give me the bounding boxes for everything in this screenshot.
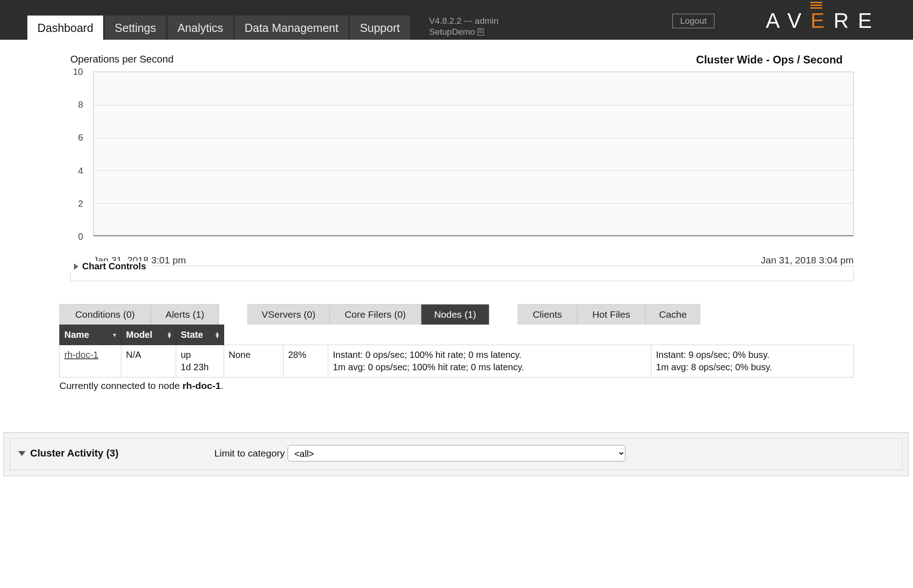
status-tabs: Conditions (0)Alerts (1)VServers (0)Core… <box>59 304 854 325</box>
table-row: rh-doc-1 N/A up1d 23h None 28% Instant: … <box>60 345 854 378</box>
cluster-activity-header: Cluster Activity (3) Limit to category <… <box>18 445 897 462</box>
tab-data-management[interactable]: Data Management <box>235 16 349 40</box>
tab-analytics[interactable]: Analytics <box>168 16 233 40</box>
status-tab-right-0[interactable]: Clients <box>518 304 577 325</box>
logo-a: A <box>766 9 787 32</box>
limit-category-label: Limit to category <box>215 448 285 459</box>
logo-v: V <box>787 9 811 32</box>
chart-controls-body <box>70 266 854 281</box>
cluster-activity-title: Cluster Activity (3) <box>30 447 119 459</box>
status-tabs-wrap: Conditions (0)Alerts (1)VServers (0)Core… <box>59 304 854 391</box>
nodes-col-0[interactable]: Name <box>60 325 121 345</box>
tab-dashboard[interactable]: Dashboard <box>27 16 103 40</box>
sort-icon <box>215 332 220 338</box>
nodes-col-2[interactable]: State <box>176 325 224 345</box>
top-bar: Logout AVERE V4.8.2.2 --- admin SetupDem… <box>0 0 913 40</box>
node-name-link[interactable]: rh-doc-1 <box>64 350 98 360</box>
tab-settings[interactable]: Settings <box>105 16 166 40</box>
nodes-table: NameModelState rh-doc-1 N/A up1d 23h Non… <box>59 325 854 378</box>
status-tab-left-0[interactable]: Conditions (0) <box>59 304 151 325</box>
nodes-table-header: NameModelState <box>60 325 854 345</box>
chart-y-tick: 8 <box>78 100 83 110</box>
chart-x-right: Jan 31, 2018 3:04 pm <box>761 255 854 266</box>
brand-logo: AVERE <box>766 8 881 33</box>
chart-y-tick: 4 <box>78 165 83 176</box>
chart-y-tick: 2 <box>78 198 83 209</box>
node-cpu: 28% <box>283 345 328 378</box>
status-tab-right-2[interactable]: Cache <box>645 304 700 325</box>
setup-line: SetupDemo <box>429 26 498 37</box>
logo-e-bars-icon <box>810 2 822 10</box>
tab-support[interactable]: Support <box>350 16 410 40</box>
sort-icon <box>167 332 172 338</box>
chart-area: 0246810 Jan 31, 2018 3:01 pm Jan 31, 201… <box>70 72 854 257</box>
document-icon[interactable] <box>477 28 484 36</box>
status-tab-mid-0[interactable]: VServers (0) <box>247 304 330 325</box>
node-performance: Instant: 0 ops/sec; 100% hit rate; 0 ms … <box>328 345 651 378</box>
node-drive-performance: Instant: 9 ops/sec; 0% busy.1m avg: 8 op… <box>651 345 854 378</box>
sys-info: V4.8.2.2 --- admin SetupDemo <box>429 16 498 37</box>
chart-y-tick: 10 <box>73 67 83 77</box>
chart-y-tick: 0 <box>78 231 83 242</box>
status-tab-left-1[interactable]: Alerts (1) <box>151 304 219 325</box>
chart-baseline <box>94 235 853 236</box>
status-tab-right-1[interactable]: Hot Files <box>577 304 645 325</box>
chevron-right-icon <box>74 263 79 270</box>
chart-plot[interactable] <box>93 72 854 236</box>
logout-button[interactable]: Logout <box>672 14 714 28</box>
logo-r: R <box>834 9 858 32</box>
connected-node-note: Currently connected to node rh-doc-1. <box>59 380 854 391</box>
node-model: N/A <box>121 345 176 378</box>
status-tab-mid-2[interactable]: Nodes (1) <box>421 304 489 325</box>
nodes-col-1[interactable]: Model <box>121 325 176 345</box>
chart-controls: Chart Controls <box>70 266 854 281</box>
chart-gridline <box>94 105 853 105</box>
content-area: Operations per Second Cluster Wide - Ops… <box>0 53 913 476</box>
logo-e: E <box>810 8 834 33</box>
logo-e2: E <box>858 9 881 32</box>
chart-y-tick: 6 <box>78 132 83 143</box>
chart-title-right: Cluster Wide - Ops / Second <box>696 53 843 66</box>
node-client-ips: None <box>224 345 283 378</box>
status-tab-mid-1[interactable]: Core Filers (0) <box>330 304 421 325</box>
chart-gridline <box>94 170 853 171</box>
chart-title-left: Operations per Second <box>70 53 173 66</box>
limit-category-select[interactable]: <all> <box>288 445 625 462</box>
chart-header: Operations per Second Cluster Wide - Ops… <box>70 53 843 66</box>
version-line: V4.8.2.2 --- admin <box>429 16 498 26</box>
main-tabs: Dashboard Settings Analytics Data Manage… <box>27 16 411 40</box>
chart-y-axis: 0246810 <box>68 72 88 236</box>
chart-gridline <box>94 203 853 204</box>
chart-controls-toggle[interactable]: Chart Controls <box>70 261 152 272</box>
node-state: up1d 23h <box>176 345 224 378</box>
sort-desc-icon <box>112 332 117 338</box>
chevron-down-icon[interactable] <box>18 451 26 456</box>
cluster-activity-panel: Cluster Activity (3) Limit to category <… <box>4 432 908 476</box>
chart-gridline <box>94 138 853 138</box>
